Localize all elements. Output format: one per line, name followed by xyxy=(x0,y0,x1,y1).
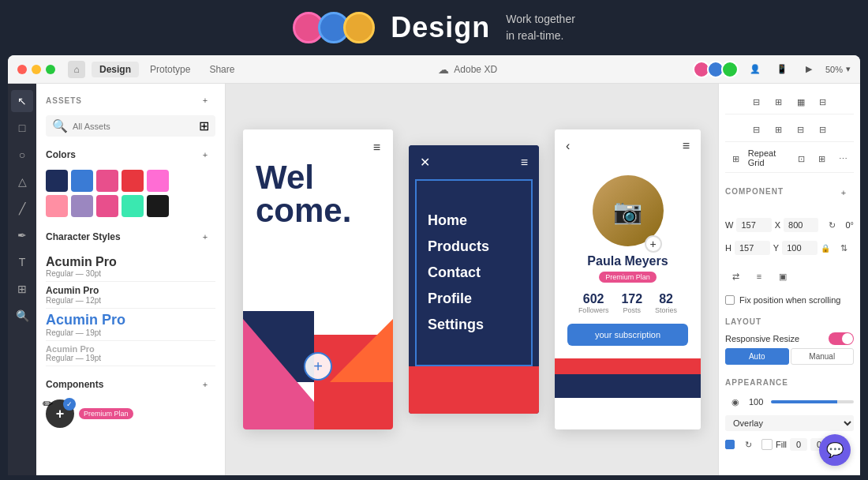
align-left-icon[interactable]: ⊟ xyxy=(746,92,767,112)
nav-item-settings[interactable]: Settings xyxy=(428,312,520,338)
fill-r[interactable]: 0 xyxy=(790,438,807,451)
color-swatch-1[interactable] xyxy=(46,170,68,192)
frame3-hamburger[interactable]: ≡ xyxy=(683,139,690,153)
add-color-button[interactable]: + xyxy=(195,144,215,165)
frame2-content: ✕ ≡ Home Products Contact Profile Settin… xyxy=(409,145,539,414)
frame1-content: ≡ Welcome. + xyxy=(243,129,393,429)
color-swatch-8[interactable] xyxy=(96,195,118,217)
component-tool[interactable]: ⊞ xyxy=(11,278,33,300)
toggle-knob xyxy=(842,333,853,344)
chat-button[interactable]: 💬 xyxy=(819,434,851,466)
color-swatch-2[interactable] xyxy=(71,170,93,192)
select-tool[interactable]: ↖ xyxy=(11,90,33,112)
frame2-close[interactable]: ✕ xyxy=(420,155,430,170)
text-tool[interactable]: T xyxy=(11,251,33,273)
distribute-v-icon[interactable]: ⊟ xyxy=(813,119,833,140)
char-style-item-4[interactable]: Acumin Pro Regular — 19pt xyxy=(46,341,215,366)
repeat-grid-more-icon[interactable]: ⋯ xyxy=(834,148,852,169)
w-input[interactable] xyxy=(736,218,771,232)
fill-color-refresh-icon[interactable]: ↻ xyxy=(738,434,758,455)
edit-icon[interactable]: ✏ xyxy=(43,396,53,411)
opacity-slider[interactable] xyxy=(771,400,854,403)
dot-red[interactable] xyxy=(17,65,27,74)
share-icon[interactable]: 👤 xyxy=(745,59,765,80)
play-icon[interactable]: ▶ xyxy=(799,59,819,80)
x-input[interactable] xyxy=(784,218,818,232)
frame2-hamburger[interactable]: ≡ xyxy=(521,156,528,170)
tab-prototype[interactable]: Prototype xyxy=(142,62,198,77)
grid-view-icon[interactable]: ⊞ xyxy=(199,118,209,133)
color-swatch-10[interactable] xyxy=(147,195,169,217)
color-swatch-7[interactable] xyxy=(71,195,93,217)
tab-design[interactable]: Design xyxy=(92,62,139,77)
auto-button[interactable]: Auto xyxy=(725,348,789,365)
add-photo-button[interactable]: + xyxy=(645,235,662,253)
dimensions-section: W X ↻ 0° H Y 🔒 ⇅ xyxy=(725,212,854,261)
nav-item-profile[interactable]: Profile xyxy=(428,286,520,312)
color-swatch-3[interactable] xyxy=(96,170,118,192)
responsive-toggle[interactable] xyxy=(829,332,854,345)
mobile-icon[interactable]: 📱 xyxy=(772,59,792,80)
fix-position-checkbox[interactable] xyxy=(725,295,735,305)
search-bar[interactable]: 🔍 ⊞ xyxy=(46,115,215,137)
subscribe-button[interactable]: your subscription xyxy=(567,324,688,346)
fill-color-swatch[interactable] xyxy=(761,439,773,450)
flip-icon[interactable]: ⇅ xyxy=(833,238,854,258)
rectangle-tool[interactable]: □ xyxy=(11,117,33,139)
frame-2: ✕ ≡ Home Products Contact Profile Settin… xyxy=(409,145,539,414)
premium-badge[interactable]: Premium Plan xyxy=(79,408,133,419)
align-top-icon[interactable]: ⊟ xyxy=(746,119,767,140)
align-right-icon[interactable]: ▦ xyxy=(791,92,811,112)
search-input[interactable] xyxy=(73,122,194,131)
line-tool[interactable]: ╱ xyxy=(11,197,33,219)
rotation-icon[interactable]: ↻ xyxy=(821,215,842,235)
tab-share[interactable]: Share xyxy=(201,62,242,77)
frame1-hamburger[interactable]: ≡ xyxy=(373,141,380,155)
pen-tool[interactable]: ✒ xyxy=(11,224,33,246)
color-swatch-4[interactable] xyxy=(122,170,144,192)
dot-yellow[interactable] xyxy=(32,65,41,74)
zoom-control[interactable]: 50% ▾ xyxy=(825,64,851,74)
back-arrow-icon[interactable]: ‹ xyxy=(566,139,570,153)
h-input[interactable] xyxy=(735,241,770,255)
flip-h-icon[interactable]: ⇄ xyxy=(725,266,746,287)
char-style-item-1[interactable]: Acumin Pro Regular — 30pt xyxy=(46,252,215,282)
distribute-h-icon[interactable]: ⊟ xyxy=(813,92,833,112)
canvas-area: ≡ Welcome. + xyxy=(226,84,718,475)
dot-green[interactable] xyxy=(46,65,55,74)
align-center-h-icon[interactable]: ⊞ xyxy=(769,92,789,112)
nav-item-home[interactable]: Home xyxy=(428,208,520,234)
home-button[interactable]: ⌂ xyxy=(68,61,85,78)
add-component-rp-button[interactable]: + xyxy=(833,182,854,203)
add-char-style-button[interactable]: + xyxy=(195,227,215,247)
color-swatch-6[interactable] xyxy=(46,195,68,217)
repeat-grid-copy-icon[interactable]: ⊡ xyxy=(792,148,810,169)
assets-header: ASSETS + xyxy=(46,90,215,111)
align-v-icon[interactable]: ≡ xyxy=(749,266,769,287)
nav-item-contact[interactable]: Contact xyxy=(428,260,520,286)
char-style-item-2[interactable]: Acumin Pro Regular — 12pt xyxy=(46,282,215,309)
add-asset-button[interactable]: + xyxy=(195,90,215,111)
add-component-button[interactable]: + xyxy=(195,374,215,395)
align-bottom-icon[interactable]: ⊟ xyxy=(791,119,811,140)
lock-icon[interactable]: 🔒 xyxy=(821,244,830,253)
triangle-tool[interactable]: △ xyxy=(11,171,33,193)
align-row-2: ⊟ ⊞ ⊟ ⊟ xyxy=(725,118,854,142)
plus-frame-icon[interactable]: + xyxy=(304,352,332,381)
blend-mode-select[interactable]: Overlay Normal Multiply xyxy=(725,415,854,431)
frame3-bottom xyxy=(555,358,701,398)
fill-checkbox[interactable] xyxy=(725,440,735,449)
repeat-grid-options-icon[interactable]: ⊞ xyxy=(813,148,831,169)
color-swatch-5[interactable] xyxy=(147,170,169,192)
followers-num: 602 xyxy=(578,292,609,306)
ellipse-tool[interactable]: ○ xyxy=(11,144,33,166)
zoom-tool[interactable]: 🔍 xyxy=(11,305,33,327)
color-swatch-9[interactable] xyxy=(122,195,144,217)
y-input[interactable] xyxy=(782,241,817,255)
nav-item-products[interactable]: Products xyxy=(428,234,520,260)
char-style-item-3[interactable]: Acumin Pro Regular — 19pt xyxy=(46,309,215,341)
crop-icon[interactable]: ▣ xyxy=(773,266,793,287)
colors-grid xyxy=(46,170,215,217)
manual-button[interactable]: Manual xyxy=(791,348,855,365)
align-middle-icon[interactable]: ⊞ xyxy=(769,119,789,140)
